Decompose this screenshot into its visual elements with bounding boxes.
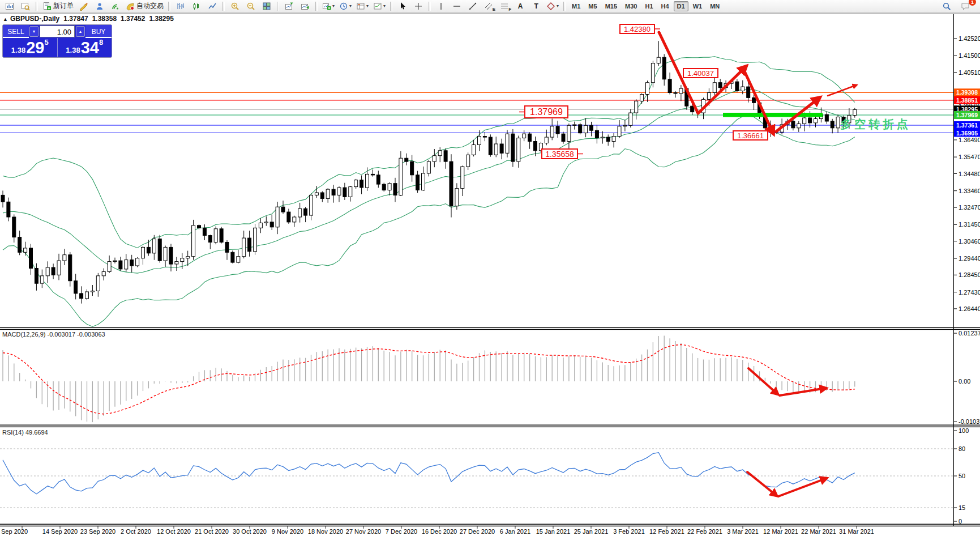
tile-windows-button[interactable] xyxy=(259,0,274,12)
timeframe-M30[interactable]: M30 xyxy=(622,1,640,11)
svg-text:1.33460: 1.33460 xyxy=(958,188,980,194)
svg-text:1.38851: 1.38851 xyxy=(956,97,978,104)
chart-shift-icon xyxy=(285,2,294,11)
tile-windows-icon xyxy=(262,2,271,11)
line-chart-button[interactable] xyxy=(205,0,220,12)
volume-down-button[interactable]: ▼ xyxy=(29,26,38,37)
horizontal-line-button[interactable] xyxy=(450,0,464,12)
templates-button[interactable]: ▾ xyxy=(354,0,370,12)
signal-icon xyxy=(111,2,120,11)
line-chart-icon xyxy=(208,2,217,11)
auto-scroll-button[interactable] xyxy=(298,0,313,12)
toolbar-separator xyxy=(390,2,392,11)
notifications-button[interactable]: 1 xyxy=(958,0,973,12)
volume-up-button[interactable]: ▲ xyxy=(76,26,85,37)
shapes-button[interactable]: ▾ xyxy=(545,0,560,12)
fibonacci-tool-letter: F xyxy=(508,7,511,12)
svg-text:3 Feb 2021: 3 Feb 2021 xyxy=(613,528,645,535)
toolbar-separator xyxy=(563,2,566,11)
crosshair-icon xyxy=(414,2,423,11)
timeframe-W1[interactable]: W1 xyxy=(690,1,706,11)
svg-text:1.36905: 1.36905 xyxy=(956,130,978,137)
svg-text:12 Feb 2021: 12 Feb 2021 xyxy=(649,528,684,535)
timeframe-H4[interactable]: H4 xyxy=(658,1,673,11)
new-order-icon xyxy=(42,2,52,11)
cursor-icon xyxy=(398,2,407,11)
new-chart-button[interactable]: ▾ xyxy=(320,0,336,12)
zoom-in-button[interactable] xyxy=(228,0,242,12)
price-annotation[interactable]: 1.42380 xyxy=(619,24,655,34)
sell-button[interactable]: SELL xyxy=(3,25,29,38)
channel-tool-button[interactable]: E xyxy=(481,0,496,12)
toolbar: 新订单自动交易▾▾▾▾EFAT▾M1M5M15M30H1H4D1W1MN 1 xyxy=(0,0,980,12)
publisher-button[interactable] xyxy=(92,0,107,12)
new-order-label: 新订单 xyxy=(53,1,74,11)
turning-point-note[interactable]: 多空转折点 xyxy=(840,117,911,132)
periods-button[interactable]: ▾ xyxy=(337,0,353,12)
candle-chart-button[interactable] xyxy=(189,0,204,12)
sell-price-small: 1.38 xyxy=(11,46,25,55)
volume-input[interactable]: 1.00 xyxy=(40,25,75,37)
price-annotation[interactable]: 1.36661 xyxy=(733,130,768,141)
svg-text:23 Sep 2020: 23 Sep 2020 xyxy=(80,528,115,535)
ohlc-low: 1.37452 xyxy=(121,15,145,23)
timeframe-H1[interactable]: H1 xyxy=(641,1,656,11)
crayon-button[interactable] xyxy=(76,0,91,12)
svg-text:15: 15 xyxy=(958,504,965,511)
price-annotation[interactable]: 1.40037 xyxy=(683,68,718,78)
chart-file-button[interactable] xyxy=(2,0,17,12)
svg-text:1.32470: 1.32470 xyxy=(958,204,980,211)
vertical-line-button[interactable] xyxy=(434,0,448,12)
crosshair-button[interactable] xyxy=(411,0,426,12)
chart-shift-button[interactable] xyxy=(282,0,297,12)
timeframe-D1[interactable]: D1 xyxy=(674,1,688,11)
svg-text:14 Sep 2020: 14 Sep 2020 xyxy=(42,528,78,535)
toolbar-separator xyxy=(36,2,38,11)
periods-icon xyxy=(339,2,348,11)
macd-label: MACD(12,26,9) -0.003017 -0.003063 xyxy=(2,331,105,338)
rsi-label: RSI(14) 49.6694 xyxy=(2,429,48,436)
trend-line-icon xyxy=(468,2,477,11)
sell-price[interactable]: 1.38295 xyxy=(3,38,57,57)
new-order-button[interactable]: 新订单 xyxy=(41,0,75,12)
auto-trading-button[interactable]: 自动交易 xyxy=(124,0,165,12)
timeframe-M5[interactable]: M5 xyxy=(585,1,600,11)
label-tool-button[interactable]: T xyxy=(529,0,544,12)
svg-text:0.012372: 0.012372 xyxy=(958,330,980,337)
market-watch-button[interactable] xyxy=(18,0,33,12)
svg-text:3 Mar 2021: 3 Mar 2021 xyxy=(727,528,759,535)
timeframe-MN[interactable]: MN xyxy=(707,1,723,11)
svg-text:22 Mar 2021: 22 Mar 2021 xyxy=(801,528,836,535)
horizontal-line-icon xyxy=(452,2,461,11)
new-chart-icon xyxy=(322,2,331,11)
indicators-button[interactable]: ▾ xyxy=(371,0,387,12)
zoom-out-button[interactable] xyxy=(243,0,258,12)
collapse-triangle-icon[interactable]: ▲ xyxy=(3,16,8,22)
trend-line-button[interactable] xyxy=(465,0,480,12)
bar-chart-button[interactable] xyxy=(173,0,188,12)
svg-text:9 Nov 2020: 9 Nov 2020 xyxy=(272,528,303,535)
svg-text:1.40510: 1.40510 xyxy=(958,69,980,76)
svg-text:50: 50 xyxy=(958,473,965,479)
svg-text:1.39308: 1.39308 xyxy=(956,89,978,96)
timeframe-M15[interactable]: M15 xyxy=(602,1,620,11)
signal-button[interactable] xyxy=(108,0,123,12)
price-annotation[interactable]: 1.35658 xyxy=(541,148,578,159)
cursor-button[interactable] xyxy=(395,0,410,12)
fibonacci-tool-button[interactable]: F xyxy=(497,0,512,12)
svg-text:1.28450: 1.28450 xyxy=(958,271,980,278)
svg-text:1.29440: 1.29440 xyxy=(958,255,980,262)
auto-trading-label: 自动交易 xyxy=(136,1,164,11)
buy-button[interactable]: BUY xyxy=(85,25,112,38)
ohlc-close: 1.38295 xyxy=(149,15,173,23)
search-icon[interactable] xyxy=(939,0,954,12)
svg-text:0: 0 xyxy=(958,518,962,525)
ohlc-open: 1.37847 xyxy=(63,15,88,23)
chart-canvas[interactable]: 1.425201.415001.405101.394001.385001.364… xyxy=(0,0,980,536)
timeframe-M1[interactable]: M1 xyxy=(568,1,584,11)
price-annotation[interactable]: 1.37969 xyxy=(524,105,568,118)
buy-price[interactable]: 1.38348 xyxy=(57,38,112,57)
indicators-icon xyxy=(373,2,382,11)
svg-text:27 Nov 2020: 27 Nov 2020 xyxy=(346,528,381,535)
text-tool-button[interactable]: A xyxy=(513,0,528,12)
